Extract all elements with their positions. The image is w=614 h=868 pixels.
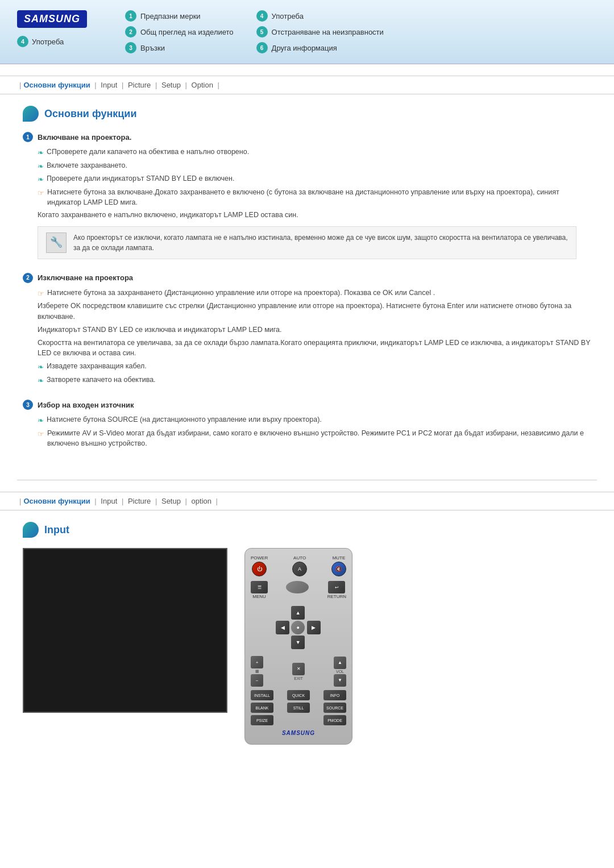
item-2-para-3: Скоростта на вентилатора се увеличава, з… xyxy=(23,338,591,359)
nav-link-input-1[interactable]: Input xyxy=(101,81,117,89)
bullet-2-3-text: Затворете капачето на обектива. xyxy=(47,375,156,385)
nav2-sep-1: | xyxy=(19,497,21,505)
content-item-3: 3 Избор на входен източник ❧ Натиснете б… xyxy=(23,400,591,449)
nav-link-option-1[interactable]: Option xyxy=(192,81,213,89)
nav-sep-2: | xyxy=(93,81,99,89)
remote-logo: SAMSUNG xyxy=(251,730,346,736)
menu-button[interactable]: ☰ xyxy=(251,581,268,593)
nav-num-3: 3 xyxy=(125,42,136,53)
return-group: ↩ RETURN xyxy=(327,581,346,599)
remote-wrapper: POWER ⏻ AUTO A MUTE 🔇 ☰ xyxy=(244,548,370,745)
nav2-sep-6: | xyxy=(214,497,218,505)
power-button[interactable]: ⏻ xyxy=(252,562,267,576)
nav-col-left: 1 Предпазни мерки 2 Общ преглед на издел… xyxy=(125,10,234,53)
source-button[interactable]: SOURCE xyxy=(323,703,346,713)
nav-link-setup-1[interactable]: Setup xyxy=(161,81,181,89)
item-2-dot: 2 xyxy=(23,273,33,283)
section-2-heading: Input xyxy=(44,524,69,536)
item-3-dot: 3 xyxy=(23,400,33,410)
remote-control: POWER ⏻ AUTO A MUTE 🔇 ☰ xyxy=(244,548,352,745)
nav-num-6: 6 xyxy=(256,42,268,53)
section-2-icon xyxy=(23,522,39,538)
nav-item-3[interactable]: 3 Връзки xyxy=(125,42,234,53)
nav-label-1: Предпазни мерки xyxy=(140,12,201,20)
bullet-1-4: ☞ Натиснете бутона за включване.Докато з… xyxy=(23,187,591,209)
vol-down-btn[interactable]: ▼ xyxy=(334,674,346,687)
vol-minus-btn[interactable]: − xyxy=(251,674,263,687)
auto-button[interactable]: A xyxy=(292,562,307,576)
quick-button[interactable]: QUICK xyxy=(287,690,310,700)
section-1-heading: Основни функции xyxy=(44,108,136,120)
bullet-1-2: ❧ Включете захранването. xyxy=(23,160,591,172)
nav-cluster: ▲ ◀ ● ▶ ▼ xyxy=(276,606,321,649)
item-1-header: 1 Включване на проектора. xyxy=(23,132,591,142)
nav2-link-setup[interactable]: Setup xyxy=(161,497,181,505)
samsung-logo: SAMSUNG xyxy=(17,10,87,28)
nav-link-osnov-1[interactable]: Основни функции xyxy=(23,81,90,89)
bullet-1-1-text: СПроверете дали капачето на обектива е н… xyxy=(47,147,249,157)
psize-button[interactable]: PSIZE xyxy=(251,715,273,725)
mute-button[interactable]: 🔇 xyxy=(331,562,346,576)
nav-up[interactable]: ▲ xyxy=(291,606,305,620)
nav2-link-input[interactable]: Input xyxy=(101,497,117,505)
screen-placeholder xyxy=(23,548,227,713)
nav2-link-option[interactable]: option xyxy=(192,497,211,505)
note-text-1: Ако проекторът се изключи, когато лампат… xyxy=(73,232,568,253)
item-1-textblock: Когато захранването е напълно включено, … xyxy=(23,210,591,221)
leaf-icon-1: ❧ xyxy=(38,147,44,159)
nav-right[interactable]: ▶ xyxy=(307,621,321,634)
nav-enter[interactable]: ● xyxy=(291,621,305,634)
usage-badge: 4 Употреба xyxy=(17,36,64,47)
vol-plus-group: + ▦ − xyxy=(251,656,263,687)
header: SAMSUNG 4 Употреба 1 Предпазни мерки 2 О… xyxy=(0,0,614,64)
nav-item-1[interactable]: 1 Предпазни мерки xyxy=(125,10,234,22)
mute-label: MUTE xyxy=(333,555,346,560)
exit-label: EXIT xyxy=(294,676,303,680)
exit-button[interactable]: ✕ xyxy=(292,663,305,675)
info-button[interactable]: INFO xyxy=(323,690,346,700)
nav-num-2: 2 xyxy=(125,26,136,38)
leaf-icon-5: ❧ xyxy=(38,375,44,387)
nav-tl xyxy=(276,606,289,620)
nav-down[interactable]: ▼ xyxy=(291,636,305,649)
return-button[interactable]: ↩ xyxy=(328,581,345,593)
vol-up-btn[interactable]: ▲ xyxy=(334,657,346,669)
leaf-icon-6: ❧ xyxy=(38,415,44,426)
nav2-sep-2: | xyxy=(93,497,99,505)
center-dial[interactable] xyxy=(286,581,309,593)
orange-icon-3: ☞ xyxy=(38,429,44,440)
nav-item-6[interactable]: 6 Друга информация xyxy=(256,42,384,53)
return-label: RETURN xyxy=(327,594,346,599)
nav2-link-picture[interactable]: Picture xyxy=(128,497,151,505)
menu-label: MENU xyxy=(252,594,266,599)
nav2-link-osnov[interactable]: Основни функции xyxy=(23,497,90,505)
section-1-title: Основни функции xyxy=(23,106,591,122)
nav-left[interactable]: ◀ xyxy=(276,621,289,634)
nav2-sep-5: | xyxy=(183,497,189,505)
nav-num-4: 4 xyxy=(256,10,268,22)
item-2-title: Изключване на проектора xyxy=(38,273,133,282)
pmode-button[interactable]: PMODE xyxy=(323,715,346,725)
nav-item-2[interactable]: 2 Общ преглед на изделието xyxy=(125,26,234,38)
nav-item-4[interactable]: 4 Употреба xyxy=(256,10,384,22)
nav-tr xyxy=(307,606,321,620)
nav-label-3: Връзки xyxy=(140,44,165,52)
vol-plus-btn[interactable]: + xyxy=(251,656,263,668)
bullet-3-2-text: Режимите AV и S-Video могат да бъдат изб… xyxy=(47,428,591,450)
nav-cluster-wrapper: ▲ ◀ ● ▶ ▼ xyxy=(251,603,346,653)
bullet-2-2: ❧ Извадете захранващия кабел. xyxy=(23,361,591,373)
bullet-1-4-text: Натиснете бутона за включване.Докато зах… xyxy=(47,187,591,209)
nav-label-6: Друга информация xyxy=(272,44,337,52)
install-button[interactable]: INSTALL xyxy=(251,690,273,700)
blank-button[interactable]: BLANK xyxy=(251,703,273,713)
nav-link-picture-1[interactable]: Picture xyxy=(128,81,151,89)
orange-icon-2: ☞ xyxy=(38,288,44,300)
nav-item-5[interactable]: 5 Отстраняване на неизправности xyxy=(256,26,384,38)
exit-group: ✕ EXIT xyxy=(292,663,305,680)
still-button[interactable]: STILL xyxy=(287,703,310,713)
usage-label: Употреба xyxy=(32,38,64,46)
mute-group: MUTE 🔇 xyxy=(331,555,346,576)
nav-sep-5: | xyxy=(183,81,189,89)
nav-bl xyxy=(276,636,289,649)
power-group: POWER ⏻ xyxy=(251,555,268,576)
